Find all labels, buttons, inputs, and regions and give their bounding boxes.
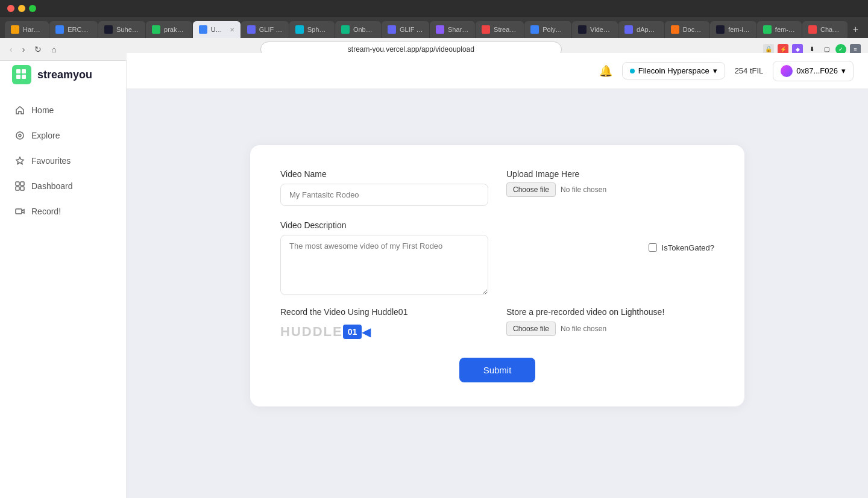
tab-shardeum[interactable]: Shardeu... <box>430 21 475 38</box>
tab-spheron[interactable]: Spheron... <box>289 21 335 38</box>
video-name-input[interactable] <box>280 184 488 206</box>
tab-close-icon[interactable]: ✕ <box>230 26 234 33</box>
tab-polybase[interactable]: Polybase... <box>524 21 571 38</box>
tab-bar: Hardhat... ERC1155... Suhel-Ka... prakha… <box>0 17 868 38</box>
token-gated-row: IsTokenGated? <box>649 243 714 252</box>
sidebar-item-record[interactable]: Record! <box>7 200 119 223</box>
back-button[interactable]: ‹ <box>7 43 15 55</box>
upload-image-section: Upload Image Here Choose file No file ch… <box>506 169 714 206</box>
svg-rect-0 <box>16 69 20 73</box>
network-selector[interactable]: Filecoin Hyperspace ▾ <box>622 62 725 79</box>
token-gated-section: IsTokenGated? <box>506 220 714 295</box>
token-gated-checkbox[interactable] <box>649 243 657 252</box>
svg-rect-2 <box>16 75 20 79</box>
svg-rect-1 <box>22 69 26 73</box>
sidebar: streamyou Home Explore <box>0 53 127 498</box>
sidebar-item-favourites[interactable]: Favourites <box>7 149 119 172</box>
submit-button[interactable]: Submit <box>459 358 536 382</box>
sidebar-item-favourites-label: Favourites <box>31 156 71 166</box>
svg-rect-8 <box>20 182 24 185</box>
svg-rect-11 <box>16 209 22 214</box>
image-no-file-label: No file chosen <box>561 185 606 194</box>
huddle-camera-icon: ◀ <box>362 325 371 339</box>
lighthouse-label: Store a pre-recorded video on Lighthouse… <box>506 307 714 317</box>
network-dot <box>630 69 635 73</box>
wallet-avatar <box>781 65 793 77</box>
app-title: streamyou <box>37 69 92 81</box>
notification-bell-icon[interactable]: 🔔 <box>599 64 612 78</box>
huddle-logo: HUDDLE 01 ◀ <box>280 324 488 340</box>
tab-prakhar[interactable]: prakhar7... <box>146 21 192 38</box>
tab-documents[interactable]: Docume... <box>665 21 710 38</box>
choose-image-file-button[interactable]: Choose file <box>506 182 556 197</box>
video-name-label: Video Name <box>280 169 488 179</box>
close-traffic-light[interactable] <box>7 5 14 12</box>
refresh-button[interactable]: ↻ <box>32 43 44 55</box>
tab-onboard[interactable]: Onboard... <box>335 21 381 38</box>
sidebar-item-explore-label: Explore <box>31 131 60 140</box>
network-chevron-icon: ▾ <box>713 66 717 75</box>
wallet-chevron-icon: ▾ <box>841 66 846 75</box>
tab-channel[interactable]: Channel... <box>802 21 848 38</box>
record-icon <box>14 206 25 217</box>
video-desc-textarea[interactable] <box>280 235 488 295</box>
tab-fem-go[interactable]: fem-go-i... <box>757 21 802 38</box>
sidebar-item-dashboard[interactable]: Dashboard <box>7 175 119 198</box>
choose-video-file-button[interactable]: Choose file <box>506 322 556 336</box>
form-bottom-grid: Record the Video Using Huddle01 HUDDLE 0… <box>280 307 714 340</box>
upload-image-label: Upload Image Here <box>506 169 714 179</box>
video-desc-group: Video Description <box>280 220 488 295</box>
tab-streamyo[interactable]: StreamYo... <box>476 21 524 38</box>
huddle-label: Record the Video Using Huddle01 <box>280 307 488 317</box>
tab-fem-intro[interactable]: fem-intro... <box>710 21 756 38</box>
image-file-input-row: Choose file No file chosen <box>506 182 714 197</box>
video-desc-label: Video Description <box>280 220 488 230</box>
lighthouse-file-input-row: Choose file No file chosen <box>506 322 714 336</box>
tab-glif2[interactable]: GLIF Exp... <box>382 21 429 38</box>
tab-dappauth[interactable]: dAppAth... <box>618 21 664 38</box>
title-bar <box>0 0 868 17</box>
tab-videoja[interactable]: Video Ja... <box>572 21 618 38</box>
balance-display: 254 tFIL <box>735 66 764 75</box>
sidebar-item-record-label: Record! <box>31 207 61 216</box>
svg-rect-10 <box>20 187 24 190</box>
tab-erc1155[interactable]: ERC1155... <box>49 21 98 38</box>
home-icon <box>14 105 25 116</box>
logo-icon <box>12 65 31 84</box>
tab-suhel[interactable]: Suhel-Ka... <box>98 21 145 38</box>
svg-point-4 <box>16 132 24 139</box>
network-label: Filecoin Hyperspace <box>638 66 709 75</box>
home-button[interactable]: ⌂ <box>49 43 58 55</box>
token-gated-label: IsTokenGated? <box>662 243 714 252</box>
wallet-address: 0x87...F026 <box>796 66 838 75</box>
star-icon <box>14 155 25 166</box>
huddle-text: HUDDLE <box>280 324 343 340</box>
logo-area: streamyou <box>0 65 126 99</box>
forward-button[interactable]: › <box>20 43 28 55</box>
sidebar-item-home[interactable]: Home <box>7 99 119 122</box>
new-tab-button[interactable]: + <box>848 21 863 38</box>
form-middle-grid: Video Description IsTokenGated? <box>280 220 714 295</box>
huddle-badge: 01 <box>343 325 362 339</box>
dashboard-icon <box>14 181 25 191</box>
huddle-section: Record the Video Using Huddle01 HUDDLE 0… <box>280 307 488 340</box>
svg-rect-3 <box>22 75 26 79</box>
svg-rect-7 <box>16 182 19 185</box>
sidebar-item-dashboard-label: Dashboard <box>31 181 73 191</box>
sidebar-nav: Home Explore Favourites <box>0 99 126 223</box>
app-header: 🔔 Filecoin Hyperspace ▾ 254 tFIL 0x87...… <box>127 53 868 89</box>
submit-row: Submit <box>280 358 714 382</box>
wallet-selector[interactable]: 0x87...F026 ▾ <box>773 61 854 81</box>
app-container: streamyou Home Explore <box>0 53 868 498</box>
sidebar-item-home-label: Home <box>31 105 54 115</box>
tab-upload[interactable]: Uploa... ✕ <box>193 21 241 38</box>
maximize-traffic-light[interactable] <box>29 5 36 12</box>
sidebar-item-explore[interactable]: Explore <box>7 124 119 147</box>
minimize-traffic-light[interactable] <box>18 5 25 12</box>
form-top-grid: Video Name Upload Image Here Choose file… <box>280 169 714 206</box>
upload-form-card: Video Name Upload Image Here Choose file… <box>250 145 744 406</box>
tab-hardhat[interactable]: Hardhat... <box>5 21 49 38</box>
tab-glif1[interactable]: GLIF Exp... <box>241 21 289 38</box>
lighthouse-section: Store a pre-recorded video on Lighthouse… <box>506 307 714 340</box>
svg-rect-9 <box>16 187 19 190</box>
